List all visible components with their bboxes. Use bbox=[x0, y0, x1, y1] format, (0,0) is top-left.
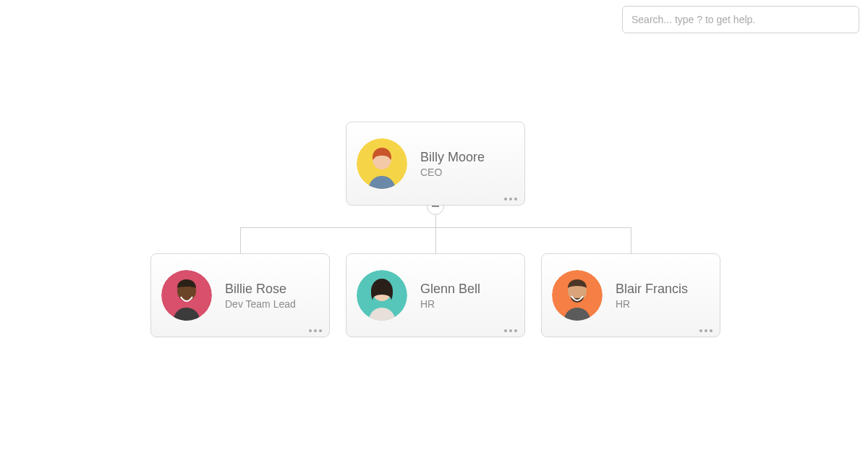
more-actions-icon[interactable] bbox=[699, 329, 712, 332]
node-name: Billy Moore bbox=[420, 149, 485, 166]
org-node-child-1[interactable]: Billie Rose Dev Team Lead bbox=[150, 253, 330, 337]
connector-line bbox=[240, 227, 241, 253]
node-title: CEO bbox=[420, 166, 485, 178]
node-title: HR bbox=[616, 298, 688, 310]
org-chart: Billy Moore CEO Billie Rose Dev Team Lea… bbox=[0, 0, 868, 456]
node-name: Billie Rose bbox=[225, 281, 296, 297]
org-node-child-2[interactable]: Glenn Bell HR bbox=[346, 253, 525, 337]
org-node-ceo[interactable]: Billy Moore CEO bbox=[346, 122, 525, 206]
more-actions-icon[interactable] bbox=[504, 329, 517, 332]
node-title: HR bbox=[420, 298, 480, 310]
node-title: Dev Team Lead bbox=[225, 298, 296, 310]
avatar bbox=[357, 138, 407, 189]
org-node-child-3[interactable]: Blair Francis HR bbox=[541, 253, 720, 337]
node-name: Glenn Bell bbox=[420, 281, 480, 297]
avatar bbox=[357, 270, 407, 321]
avatar bbox=[552, 270, 603, 321]
node-name: Blair Francis bbox=[616, 281, 688, 297]
connector-line bbox=[631, 227, 631, 253]
more-actions-icon[interactable] bbox=[309, 329, 322, 332]
avatar bbox=[161, 270, 212, 321]
more-actions-icon[interactable] bbox=[504, 198, 517, 200]
connector-line bbox=[435, 227, 436, 253]
